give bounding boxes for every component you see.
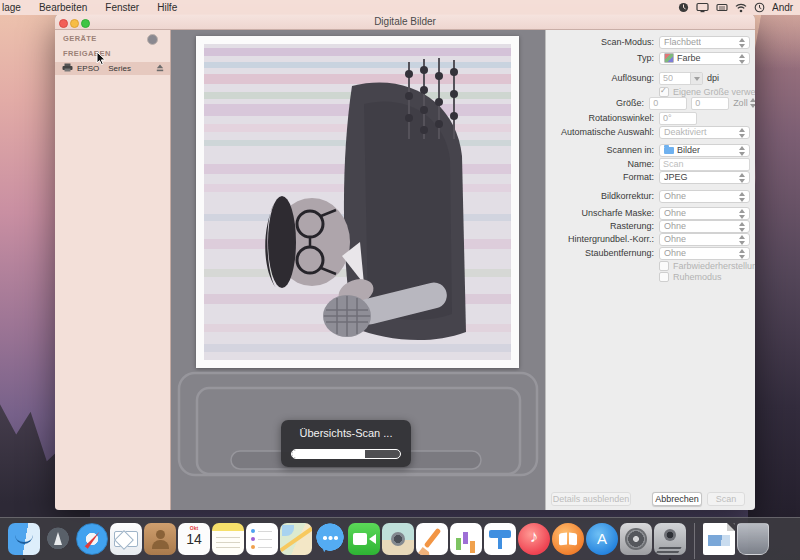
dock: Okt 14 ♪ A — [0, 517, 800, 560]
setting-hintergrund-korr: Hintergrundbel.-Korr.: Ohne — [546, 232, 755, 246]
device-name-right: Series — [108, 64, 131, 73]
display-icon[interactable] — [696, 2, 709, 13]
eject-icon[interactable] — [156, 64, 164, 74]
dock-maps-icon[interactable] — [280, 523, 312, 560]
setting-bildkorrektur: Bildkorrektur: Ohne — [546, 189, 755, 203]
printer-icon — [62, 63, 73, 74]
setting-name: Name: — [546, 157, 755, 171]
setting-format: Format: JPEG — [546, 170, 755, 184]
mouse-cursor — [96, 51, 107, 66]
cancel-button[interactable]: Abbrechen — [652, 492, 702, 506]
desktop: lage Bearbeiten Fenster Hilfe Andr Digit… — [0, 0, 800, 560]
sidebar-item-scanner[interactable]: EPSO Series — [55, 62, 170, 75]
dock-reminders-icon[interactable] — [246, 523, 278, 560]
dock-photo-booth-icon[interactable] — [382, 523, 414, 560]
menu-bar: lage Bearbeiten Fenster Hilfe Andr — [0, 0, 800, 15]
typ-popup[interactable]: Farbe — [659, 52, 750, 65]
scan-settings-panel: Scan-Modus: Flachbett Typ: Farbe Auflösu… — [545, 30, 755, 510]
aufloesung-combo: 50 — [659, 72, 703, 85]
dock-image-capture-icon[interactable] — [654, 523, 686, 560]
dock-calendar-icon[interactable]: Okt 14 — [178, 523, 210, 560]
popup-stepper-icon — [739, 235, 746, 245]
setting-staubentfernung: Staubentfernung: Ohne — [546, 246, 755, 260]
device-sidebar: GERÄTE FREIGABEN EPSO Series — [55, 30, 171, 510]
progress-label: Übersichts-Scan ... — [281, 427, 411, 439]
setting-groesse: Größe: Zoll — [546, 96, 755, 110]
shares-header: FREIGABEN — [55, 45, 170, 60]
devices-busy-indicator — [147, 34, 158, 45]
popup-stepper-icon — [739, 146, 746, 156]
popup-stepper-icon — [739, 209, 746, 219]
setting-typ: Typ: Farbe — [546, 51, 755, 65]
unscharfe-maske-popup[interactable]: Ohne — [659, 207, 750, 220]
hintergrund-korr-popup[interactable]: Ohne — [659, 233, 750, 246]
keyboard-icon[interactable] — [716, 2, 728, 13]
dock-notes-icon[interactable] — [212, 523, 244, 560]
setting-unscharfe-maske: Unscharfe Maske: Ohne — [546, 206, 755, 220]
scan-modus-popup[interactable]: Flachbett — [659, 36, 750, 49]
dock-messages-icon[interactable] — [314, 523, 346, 560]
image-capture-window: Digitale Bilder GERÄTE FREIGABEN EPSO Se… — [55, 14, 755, 510]
scan-preview-area: Übersichts-Scan ... — [171, 30, 545, 510]
ruhemodus-checkbox — [659, 272, 669, 282]
dock-trash-icon[interactable] — [737, 523, 769, 560]
close-button[interactable] — [59, 19, 68, 28]
wifi-icon[interactable] — [735, 3, 747, 13]
dock-mail-icon[interactable] — [110, 523, 142, 560]
minimize-button[interactable] — [70, 19, 79, 28]
dock-keynote-icon[interactable] — [484, 523, 516, 560]
bildkorrektur-popup[interactable]: Ohne — [659, 190, 750, 203]
zoom-button[interactable] — [81, 19, 90, 28]
dock-ibooks-icon[interactable] — [552, 523, 584, 560]
dock-finder-icon[interactable] — [8, 523, 40, 560]
details-button: Details ausblenden — [551, 492, 631, 506]
popup-stepper-icon — [739, 38, 746, 48]
cliff-silhouette — [748, 14, 800, 560]
menu-user-name[interactable]: Andr — [772, 2, 800, 13]
auto-auswahl-popup: Deaktiviert — [659, 126, 750, 139]
dock-launchpad-icon[interactable] — [42, 523, 74, 560]
dock-pages-icon[interactable] — [416, 523, 448, 560]
dock-facetime-icon[interactable] — [348, 523, 380, 560]
dock-numbers-icon[interactable] — [450, 523, 482, 560]
combo-arrow-icon — [690, 73, 702, 84]
dock-pdf-document-icon[interactable] — [703, 523, 735, 560]
groesse-width-field — [649, 97, 687, 110]
folder-icon — [664, 147, 674, 154]
dock-itunes-icon[interactable]: ♪ — [518, 523, 550, 560]
progress-fill — [292, 450, 365, 458]
dialog-button-bar: Details ausblenden Abbrechen Scan — [546, 488, 755, 510]
menu-hilfe[interactable]: Hilfe — [148, 2, 186, 13]
window-title: Digitale Bilder — [55, 14, 755, 29]
groesse-height-field — [691, 97, 729, 110]
setting-rotationswinkel: Rotationswinkel: — [546, 111, 755, 125]
popup-stepper-icon — [739, 128, 746, 138]
dock-separator — [694, 523, 695, 559]
rasterung-popup[interactable]: Ohne — [659, 220, 750, 233]
setting-aufloesung: Auflösung: 50 dpi — [546, 71, 755, 85]
name-field[interactable] — [659, 158, 750, 171]
popup-stepper-icon — [739, 192, 746, 202]
dock-safari-icon[interactable] — [76, 523, 108, 560]
unit-stepper-icon — [750, 98, 755, 108]
scannen-in-popup[interactable]: Bilder — [659, 144, 750, 157]
menu-ablage[interactable]: lage — [0, 2, 30, 13]
scan-button: Scan — [707, 492, 745, 506]
popup-stepper-icon — [739, 222, 746, 232]
setting-scannen-in: Scannen in: Bilder — [546, 143, 755, 157]
dock-system-preferences-icon[interactable] — [620, 523, 652, 560]
staubentfernung-popup[interactable]: Ohne — [659, 247, 750, 260]
format-popup[interactable]: JPEG — [659, 171, 750, 184]
setting-rasterung: Rasterung: Ohne — [546, 219, 755, 233]
progress-bar — [291, 449, 401, 459]
dock-contacts-icon[interactable] — [144, 523, 176, 560]
clock-icon[interactable] — [754, 2, 765, 13]
calendar-day-label: 14 — [178, 531, 210, 547]
menu-bearbeiten[interactable]: Bearbeiten — [30, 2, 96, 13]
menu-fenster[interactable]: Fenster — [96, 2, 148, 13]
popup-stepper-icon — [739, 173, 746, 183]
time-machine-icon[interactable] — [678, 2, 689, 13]
rotationswinkel-field — [659, 112, 697, 125]
color-type-icon — [664, 53, 674, 63]
dock-app-store-icon[interactable]: A — [586, 523, 618, 560]
